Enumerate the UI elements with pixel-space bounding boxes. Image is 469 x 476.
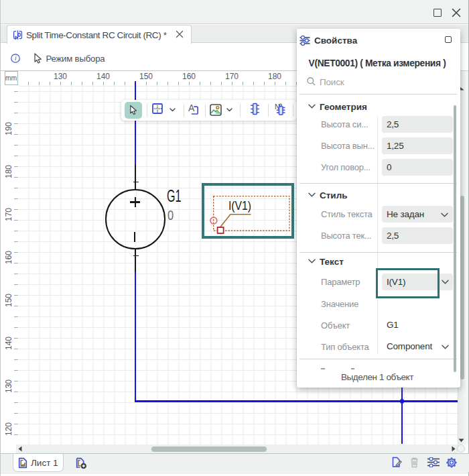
svg-text:i: i bbox=[15, 55, 17, 62]
svg-text:A: A bbox=[188, 103, 195, 113]
svg-text:G1: G1 bbox=[167, 188, 182, 204]
svg-text:0: 0 bbox=[168, 210, 174, 223]
svg-text:I(V1): I(V1) bbox=[228, 199, 251, 213]
